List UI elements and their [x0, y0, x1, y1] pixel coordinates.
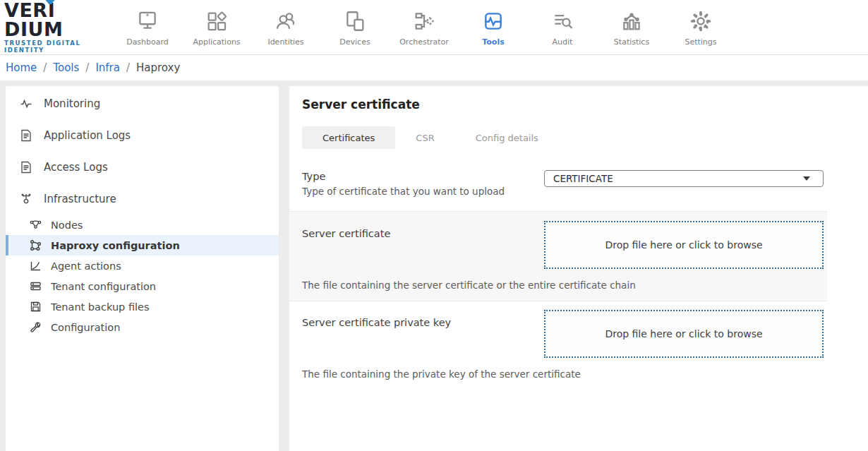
- tenant-backup-icon: [30, 301, 42, 313]
- agent-actions-icon: [30, 260, 42, 272]
- dropzone-text: Drop file here or click to browse: [605, 328, 762, 339]
- type-help: Type of certificate that you want to upl…: [302, 186, 505, 197]
- nav-item-statistics[interactable]: Statistics: [597, 8, 666, 47]
- applications-icon: [205, 9, 229, 33]
- statistics-icon: [620, 9, 644, 33]
- private-key-label: Server certificate private key: [302, 317, 451, 328]
- sidebar-item-application-logs[interactable]: Application Logs: [6, 119, 279, 151]
- private-key-row: Server certificate private key Drop file…: [289, 301, 827, 390]
- nav-item-devices[interactable]: Devices: [320, 8, 390, 47]
- nav-label: Tools: [482, 37, 504, 47]
- breadcrumb: Home / Tools / Infra / Haproxy: [0, 54, 868, 80]
- nav-label: Devices: [339, 37, 370, 47]
- breadcrumb-infra[interactable]: Infra: [95, 61, 120, 74]
- sidebar-item-agent-actions[interactable]: Agent actions: [6, 255, 279, 276]
- nav-item-dashboard[interactable]: Dashboard: [113, 8, 182, 47]
- haproxy-icon: [30, 239, 42, 251]
- nav-label: Identities: [267, 37, 303, 47]
- sidebar-item-label: Access Logs: [44, 161, 108, 174]
- orchestrator-icon: [412, 9, 436, 33]
- private-key-dropzone[interactable]: Drop file here or click to browse: [544, 310, 824, 358]
- application-logs-icon: [20, 129, 32, 142]
- sidebar-item-label: Agent actions: [51, 260, 121, 272]
- nav-label: Orchestrator: [399, 37, 449, 47]
- sidebar-item-haproxy-configuration[interactable]: Haproxy configuration: [6, 235, 279, 255]
- sidebar-item-label: Monitoring: [44, 97, 100, 110]
- nav-label: Settings: [685, 37, 716, 47]
- nav-label: Audit: [553, 37, 573, 47]
- tools-icon: [481, 9, 505, 33]
- sidebar-item-label: Nodes: [51, 220, 83, 231]
- dashboard-icon: [135, 9, 159, 33]
- certificate-type-select[interactable]: CERTIFICATE: [544, 170, 824, 187]
- nav-item-audit[interactable]: Audit: [528, 8, 597, 47]
- configuration-icon: [30, 321, 42, 333]
- type-row: Type Type of certificate that you want t…: [289, 160, 827, 211]
- breadcrumb-tools[interactable]: Tools: [53, 61, 79, 74]
- sidebar-item-nodes[interactable]: Nodes: [6, 215, 279, 235]
- server-certificate-label: Server certificate: [302, 228, 390, 239]
- server-certificate-help: The file containing the server certifica…: [289, 269, 827, 291]
- tab-certificates[interactable]: Certificates: [302, 126, 395, 149]
- veridium-logo[interactable]: VERIDIUM TRUSTED DIGITAL IDENTITY: [0, 1, 113, 54]
- private-key-help: The file containing the private key of t…: [289, 358, 827, 380]
- server-certificate-row: Server certificate Drop file here or cli…: [289, 211, 827, 301]
- logo-check-icon: [45, 0, 59, 4]
- nav-label: Applications: [193, 37, 240, 47]
- breadcrumb-separator: /: [85, 61, 89, 74]
- sidebar-item-label: Tenant configuration: [51, 281, 156, 292]
- sidebar-item-access-logs[interactable]: Access Logs: [6, 151, 279, 183]
- nodes-icon: [30, 219, 42, 231]
- tab-csr[interactable]: CSR: [395, 126, 454, 149]
- breadcrumb-current: Haproxy: [136, 61, 180, 74]
- sidebar-item-label: Tenant backup files: [51, 301, 150, 313]
- nav-item-applications[interactable]: Applications: [182, 8, 251, 47]
- sidebar-item-label: Infrastructure: [44, 193, 116, 205]
- nav-item-tools[interactable]: Tools: [459, 8, 528, 47]
- sidebar: Monitoring Application Logs Access Logs …: [6, 86, 279, 451]
- nav-item-settings[interactable]: Settings: [666, 8, 735, 47]
- tenant-configuration-icon: [30, 280, 42, 292]
- sidebar-item-monitoring[interactable]: Monitoring: [6, 88, 279, 119]
- content-gap: [279, 86, 289, 451]
- logo-tagline: TRUSTED DIGITAL IDENTITY: [4, 40, 113, 54]
- certificate-form: Type Type of certificate that you want t…: [289, 160, 827, 390]
- devices-icon: [343, 9, 367, 33]
- sidebar-item-configuration[interactable]: Configuration: [6, 317, 279, 337]
- access-logs-icon: [20, 161, 32, 174]
- type-label: Type: [302, 171, 505, 182]
- chevron-down-icon: [803, 176, 810, 181]
- infrastructure-icon: [20, 193, 32, 205]
- breadcrumb-home[interactable]: Home: [6, 61, 37, 74]
- audit-icon: [550, 9, 574, 33]
- dropzone-text: Drop file here or click to browse: [605, 239, 762, 251]
- sidebar-item-label: Application Logs: [44, 129, 131, 142]
- nav-label: Dashboard: [126, 37, 169, 47]
- breadcrumb-separator: /: [43, 61, 47, 74]
- sidebar-item-label: Configuration: [51, 322, 120, 333]
- breadcrumb-separator: /: [126, 61, 130, 74]
- sidebar-item-tenant-configuration[interactable]: Tenant configuration: [6, 276, 279, 296]
- tab-bar: Certificates CSR Config details: [302, 126, 868, 149]
- tab-config-details[interactable]: Config details: [455, 126, 559, 149]
- top-header: VERIDIUM TRUSTED DIGITAL IDENTITY Dashbo…: [0, 0, 868, 54]
- nav-label: Statistics: [614, 37, 649, 47]
- nav-item-orchestrator[interactable]: Orchestrator: [390, 8, 459, 47]
- sidebar-item-label: Haproxy configuration: [51, 240, 180, 251]
- main-panel: Server certificate Certificates CSR Conf…: [289, 86, 868, 451]
- nav-item-identities[interactable]: Identities: [251, 8, 320, 47]
- monitoring-icon: [20, 97, 32, 110]
- logo-wordmark: VERIDIUM: [4, 1, 113, 39]
- server-certificate-dropzone[interactable]: Drop file here or click to browse: [544, 221, 824, 269]
- sidebar-item-tenant-backup-files[interactable]: Tenant backup files: [6, 296, 279, 317]
- sidebar-item-infrastructure[interactable]: Infrastructure: [6, 183, 279, 215]
- page-title: Server certificate: [302, 97, 868, 112]
- certificate-type-value: CERTIFICATE: [553, 173, 613, 184]
- settings-icon: [689, 9, 713, 33]
- main-nav: Dashboard Applications Identities Device…: [113, 8, 735, 47]
- content-area: Monitoring Application Logs Access Logs …: [0, 80, 868, 451]
- identities-icon: [274, 9, 298, 33]
